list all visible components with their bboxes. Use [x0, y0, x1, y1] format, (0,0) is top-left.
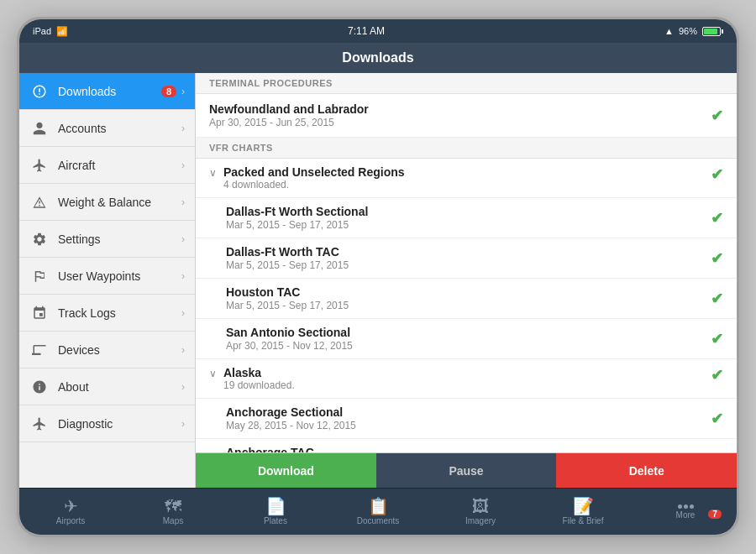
- content-area: TERMINAL PROCEDURES Newfoundland and Lab…: [196, 73, 737, 452]
- tab-maps[interactable]: 🗺 Maps: [122, 498, 224, 525]
- tab-bar: ✈ Airports 🗺 Maps 📄 Plates 📋 Documents 🖼…: [19, 488, 737, 535]
- houston-tac-check: ✔: [711, 290, 723, 308]
- sidebar-item-weight-balance-label: Weight & Balance: [58, 196, 181, 209]
- packed-regions-title: Packed and Unselected Regions: [223, 165, 711, 179]
- sidebar-item-track-logs-label: Track Logs: [58, 306, 181, 320]
- more-badge: 7: [708, 510, 722, 519]
- status-bar-time: 7:11 AM: [348, 25, 385, 37]
- documents-label: Documents: [357, 516, 400, 525]
- sidebar-item-accounts-label: Accounts: [58, 122, 181, 135]
- weight-balance-icon: [29, 192, 50, 212]
- sidebar-item-devices[interactable]: Devices ›: [19, 332, 195, 368]
- row-text: Houston TAC Mar 5, 2015 - Sep 17, 2015: [226, 285, 711, 311]
- row-text: Packed and Unselected Regions 4 download…: [223, 165, 711, 191]
- user-waypoints-chevron: ›: [181, 270, 185, 282]
- sidebar-item-aircraft[interactable]: Aircraft ›: [19, 147, 195, 184]
- title-bar: Downloads: [19, 43, 737, 73]
- plates-icon: 📄: [265, 498, 286, 515]
- status-bar: iPad 📶 7:11 AM ▲ 96%: [19, 19, 737, 43]
- documents-icon: 📋: [368, 498, 389, 515]
- sidebar-item-accounts[interactable]: Accounts ›: [19, 110, 195, 147]
- battery-icon: [702, 27, 723, 36]
- gear-icon: [29, 229, 50, 249]
- airports-label: Airports: [56, 516, 85, 525]
- sidebar-item-diagnostic-label: Diagnostic: [58, 417, 181, 431]
- dallas-tac-check: ✔: [711, 249, 723, 268]
- row-subtitle: Apr 30, 2015 - Jun 25, 2015: [209, 117, 711, 128]
- dallas-sectional-subtitle: Mar 5, 2015 - Sep 17, 2015: [226, 219, 711, 231]
- tab-imagery[interactable]: 🖼 Imagery: [429, 498, 532, 525]
- sidebar-item-diagnostic[interactable]: Diagnostic ›: [19, 405, 195, 442]
- plates-label: Plates: [264, 516, 287, 525]
- expand-icon: ∨: [209, 167, 217, 179]
- alaska-expand-icon: ∨: [209, 368, 217, 379]
- aircraft-icon: [29, 155, 50, 175]
- download-button[interactable]: Download: [196, 453, 376, 488]
- row-text: Anchorage TAC May 28, 2015 - Nov 12, 201…: [226, 446, 711, 452]
- list-item: Anchorage TAC May 28, 2015 - Nov 12, 201…: [196, 439, 737, 452]
- row-text: Newfoundland and Labrador Apr 30, 2015 -…: [209, 102, 711, 128]
- alaska-subtitle: 19 downloaded.: [223, 379, 711, 391]
- devices-chevron: ›: [181, 344, 185, 356]
- delete-button[interactable]: Delete: [556, 453, 737, 488]
- tab-documents[interactable]: 📋 Documents: [327, 498, 429, 525]
- aircraft-chevron: ›: [181, 159, 185, 171]
- battery-percent: 96%: [679, 26, 697, 36]
- tab-file-brief[interactable]: 📝 File & Brief: [532, 498, 634, 525]
- status-bar-right: ▲ 96%: [664, 26, 723, 36]
- right-panel: TERMINAL PROCEDURES Newfoundland and Lab…: [196, 73, 737, 488]
- group-packed-regions[interactable]: ∨ Packed and Unselected Regions 4 downlo…: [196, 159, 737, 198]
- tab-airports[interactable]: ✈ Airports: [19, 498, 122, 525]
- imagery-label: Imagery: [465, 516, 496, 525]
- tab-more[interactable]: 7 More: [634, 504, 737, 520]
- table-row: Newfoundland and Labrador Apr 30, 2015 -…: [196, 94, 737, 138]
- san-antonio-title: San Antonio Sectional: [226, 326, 711, 339]
- sidebar-item-downloads[interactable]: Downloads 8 ›: [19, 73, 195, 110]
- sidebar-item-aircraft-label: Aircraft: [58, 159, 181, 172]
- list-item: Dallas-Ft Worth Sectional Mar 5, 2015 - …: [196, 198, 737, 238]
- san-antonio-check: ✔: [711, 330, 723, 348]
- section-header-vfr: VFR CHARTS: [196, 138, 737, 159]
- maps-icon: 🗺: [165, 498, 181, 515]
- settings-chevron: ›: [181, 233, 185, 245]
- status-bar-left: iPad 📶: [33, 26, 68, 37]
- anchorage-tac-title: Anchorage TAC: [226, 446, 711, 452]
- sidebar-item-user-waypoints[interactable]: User Waypoints ›: [19, 258, 195, 295]
- maps-label: Maps: [163, 516, 183, 525]
- houston-tac-title: Houston TAC: [226, 285, 711, 299]
- page-title: Downloads: [342, 50, 413, 65]
- check-icon: ✔: [711, 107, 723, 125]
- tab-plates[interactable]: 📄 Plates: [224, 498, 327, 525]
- diagnostic-chevron: ›: [181, 418, 185, 430]
- signal-icon: ▲: [664, 26, 674, 36]
- dallas-tac-title: Dallas-Ft Worth TAC: [226, 245, 711, 259]
- download-icon: [29, 81, 50, 102]
- packed-regions-subtitle: 4 downloaded.: [223, 179, 711, 191]
- waypoints-icon: [29, 266, 50, 286]
- anchorage-sectional-title: Anchorage Sectional: [226, 405, 711, 419]
- list-item: Dallas-Ft Worth TAC Mar 5, 2015 - Sep 17…: [196, 238, 737, 279]
- sidebar: Downloads 8 › Accounts › Aircraft ›: [19, 73, 196, 488]
- pause-button[interactable]: Pause: [376, 453, 557, 488]
- action-bar: Download Pause Delete: [196, 452, 737, 488]
- sidebar-item-about[interactable]: About ›: [19, 368, 195, 405]
- wifi-icon: 📶: [56, 26, 68, 37]
- main-content: Downloads 8 › Accounts › Aircraft ›: [19, 73, 737, 488]
- sidebar-item-weight-balance[interactable]: Weight & Balance ›: [19, 184, 195, 221]
- sidebar-item-about-label: About: [58, 380, 181, 394]
- san-antonio-subtitle: Apr 30, 2015 - Nov 12, 2015: [226, 340, 711, 352]
- group-alaska[interactable]: ∨ Alaska 19 downloaded. ✔: [196, 359, 737, 399]
- file-brief-label: File & Brief: [563, 516, 604, 525]
- devices-icon: [29, 340, 50, 360]
- row-text: San Antonio Sectional Apr 30, 2015 - Nov…: [226, 326, 711, 352]
- dallas-tac-subtitle: Mar 5, 2015 - Sep 17, 2015: [226, 259, 711, 271]
- sidebar-item-devices-label: Devices: [58, 343, 181, 357]
- houston-tac-subtitle: Mar 5, 2015 - Sep 17, 2015: [226, 300, 711, 311]
- device-label: iPad: [33, 26, 51, 36]
- sidebar-item-settings[interactable]: Settings ›: [19, 221, 195, 258]
- device-frame: iPad 📶 7:11 AM ▲ 96% Downloads: [17, 17, 739, 537]
- accounts-chevron: ›: [181, 123, 185, 134]
- sidebar-item-track-logs[interactable]: Track Logs ›: [19, 295, 195, 332]
- alaska-check: ✔: [711, 366, 723, 384]
- packed-regions-check: ✔: [711, 165, 723, 184]
